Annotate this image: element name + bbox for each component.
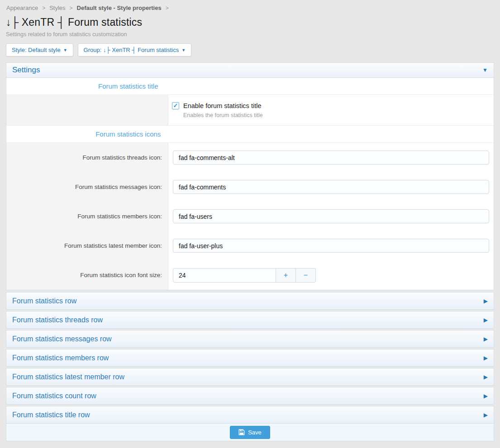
members-icon-content [168,202,494,231]
breadcrumb-appearance[interactable]: Appearance [6,5,38,11]
chevron-right-icon: ▶ [484,298,488,304]
members-icon-input[interactable] [173,209,489,223]
form-section-icons-label: Forum statistics icons [6,130,250,138]
breadcrumb-styles[interactable]: Styles [49,5,65,11]
toolbar: Style: Default style ▼ Group: ↓├ XenTR ┤… [6,43,494,57]
breadcrumb-separator: > [166,5,169,11]
breadcrumb-separator: > [42,5,45,11]
save-button-label: Save [248,429,262,436]
style-dropdown-button[interactable]: Style: Default style ▼ [6,43,73,57]
chevron-right-icon: ▶ [484,355,488,361]
section-label: Forum statistics threads row [12,316,103,324]
icon-font-size-stepper: + − [173,268,316,283]
section-header-messages-row[interactable]: Forum statistics messages row ▶ [6,330,494,348]
threads-icon-label: Forum statistics threads icon: [6,143,168,172]
icon-font-size-row: Forum statistics icon font size: + − [6,260,494,290]
chevron-down-icon: ▼ [181,48,186,52]
breadcrumb: Appearance > Styles > Default style - St… [6,4,494,12]
enable-title-checkbox-line[interactable]: ✓ Enable forum statistics title [172,102,261,109]
latest-member-icon-content [168,231,494,260]
group-dropdown-label: Group: ↓├ XenTR ┤ Forum statistics [84,47,179,53]
page-subtitle: Settings related to forum statistics cus… [6,31,494,38]
chevron-down-icon: ▼ [482,67,488,73]
latest-member-icon-input[interactable] [173,239,489,253]
chevron-right-icon: ▶ [484,317,488,323]
latest-member-icon-label: Forum statistics latest member icon: [6,231,168,260]
section-header-settings[interactable]: Settings ▼ [6,62,494,78]
section-label: Forum statistics row [12,297,76,305]
chevron-right-icon: ▶ [484,412,488,418]
chevron-right-icon: ▶ [484,374,488,380]
style-properties-block: Settings ▼ Forum statistics title ✓ Enab… [6,62,494,441]
enable-title-checkbox-label: Enable forum statistics title [183,102,261,109]
admin-page: Appearance > Styles > Default style - St… [0,0,500,441]
decrement-button[interactable]: − [296,268,316,283]
section-settings-title: Settings [12,66,40,75]
section-header-latest-member-row[interactable]: Forum statistics latest member row ▶ [6,368,494,386]
threads-icon-content [168,143,494,172]
enable-title-checkbox[interactable]: ✓ [172,102,179,109]
section-label: Forum statistics latest member row [12,373,124,381]
threads-icon-input[interactable] [173,151,489,165]
enable-title-row: ✓ Enable forum statistics title Enables … [6,95,494,126]
section-header-threads-row[interactable]: Forum statistics threads row ▶ [6,311,494,329]
enable-title-content-cell: ✓ Enable forum statistics title Enables … [168,95,494,125]
save-button[interactable]: Save [230,426,270,439]
section-label: Forum statistics count row [12,392,96,400]
form-footer: Save [6,423,494,441]
save-floppy-icon [238,429,245,435]
settings-body: Forum statistics title ✓ Enable forum st… [6,78,494,290]
section-header-members-row[interactable]: Forum statistics members row ▶ [6,349,494,367]
section-header-title-row[interactable]: Forum statistics title row ▶ [6,406,494,424]
form-section-header-icons: Forum statistics icons [6,126,494,143]
section-label: Forum statistics members row [12,354,109,362]
icon-font-size-label: Forum statistics icon font size: [6,260,168,290]
style-dropdown-label: Style: Default style [12,47,61,53]
members-icon-row: Forum statistics members icon: [6,202,494,231]
form-section-title-label: Forum statistics title [6,82,250,90]
section-label: Forum statistics title row [12,411,90,419]
threads-icon-row: Forum statistics threads icon: [6,143,494,172]
section-header-forum-statistics-row[interactable]: Forum statistics row ▶ [6,292,494,310]
section-label: Forum statistics messages row [12,335,112,343]
icon-font-size-content: + − [168,260,494,290]
latest-member-icon-row: Forum statistics latest member icon: [6,231,494,260]
messages-icon-input[interactable] [173,180,489,194]
group-dropdown-button[interactable]: Group: ↓├ XenTR ┤ Forum statistics ▼ [78,43,192,57]
increment-button[interactable]: + [276,268,296,283]
messages-icon-label: Forum statistics messages icon: [6,172,168,202]
icon-font-size-input[interactable] [173,268,276,283]
breadcrumb-style-properties[interactable]: Default style - Style properties [77,5,162,11]
enable-title-label-cell [6,95,168,125]
chevron-down-icon: ▼ [63,48,67,52]
section-header-count-row[interactable]: Forum statistics count row ▶ [6,387,494,405]
chevron-right-icon: ▶ [484,336,488,342]
messages-icon-content [168,172,494,202]
enable-title-hint: Enables the forum statistics title [183,112,263,118]
form-section-header-title: Forum statistics title [6,78,494,95]
chevron-right-icon: ▶ [484,393,488,399]
breadcrumb-separator: > [70,5,73,11]
page-title: ↓├ XenTR ┤ Forum statistics [6,16,494,28]
messages-icon-row: Forum statistics messages icon: [6,172,494,202]
members-icon-label: Forum statistics members icon: [6,202,168,231]
